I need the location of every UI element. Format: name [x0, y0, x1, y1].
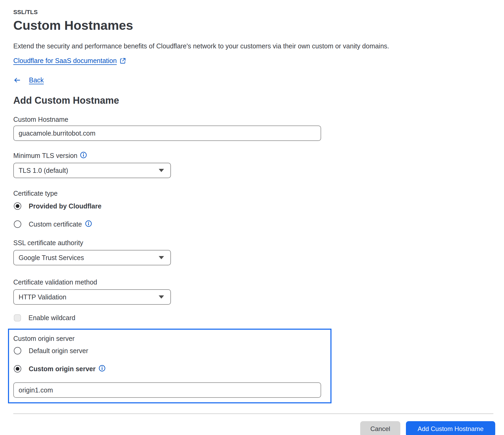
radio-label: Provided by Cloudflare — [29, 202, 102, 210]
custom-origin-server-section: Custom origin server Default origin serv… — [8, 329, 331, 403]
min-tls-label-row: Minimum TLS version — [13, 152, 504, 160]
breadcrumb: SSL/TLS — [13, 9, 504, 15]
saas-documentation-link[interactable]: Cloudflare for SaaS documentation — [13, 57, 117, 65]
validation-method-label: Certificate validation method — [13, 278, 504, 286]
page-description: Extend the security and performance bene… — [13, 42, 504, 50]
doc-link-row: Cloudflare for SaaS documentation — [13, 57, 504, 65]
validation-method-select[interactable]: HTTP Validation — [13, 289, 171, 305]
enable-wildcard-checkbox[interactable] — [14, 314, 21, 321]
chevron-down-icon — [159, 169, 164, 172]
radio-label: Custom origin server — [29, 365, 95, 373]
radio-default-origin-server[interactable]: Default origin server — [14, 347, 325, 355]
custom-hostname-label: Custom Hostname — [13, 115, 504, 123]
info-icon[interactable] — [80, 152, 87, 160]
enable-wildcard-row: Enable wildcard — [14, 314, 504, 322]
back-link[interactable]: Back — [29, 76, 44, 84]
info-icon[interactable] — [99, 365, 106, 373]
radio-selected-icon[interactable] — [14, 365, 21, 373]
radio-custom-certificate[interactable]: Custom certificate — [14, 220, 504, 228]
radio-label: Custom certificate — [29, 220, 82, 228]
add-custom-hostname-button[interactable]: Add Custom Hostname — [406, 421, 495, 435]
certificate-type-label: Certificate type — [13, 189, 504, 197]
info-icon[interactable] — [85, 220, 92, 228]
ssl-authority-label: SSL certificate authority — [13, 239, 504, 247]
form-heading: Add Custom Hostname — [13, 95, 504, 106]
enable-wildcard-label: Enable wildcard — [28, 314, 75, 322]
external-link-icon — [119, 57, 126, 64]
radio-unselected-icon[interactable] — [14, 220, 21, 228]
footer-divider — [13, 413, 493, 414]
arrow-left-icon[interactable] — [13, 76, 21, 84]
radio-selected-icon[interactable] — [14, 202, 21, 210]
radio-custom-origin-server[interactable]: Custom origin server — [14, 365, 325, 373]
custom-hostname-input[interactable] — [13, 126, 321, 141]
page-title: Custom Hostnames — [13, 19, 504, 32]
radio-label: Default origin server — [29, 347, 88, 355]
radio-provided-by-cloudflare[interactable]: Provided by Cloudflare — [14, 202, 504, 210]
custom-origin-server-label: Custom origin server — [13, 334, 325, 342]
chevron-down-icon — [159, 295, 164, 299]
footer-actions: Cancel Add Custom Hostname — [13, 421, 495, 435]
min-tls-select[interactable]: TLS 1.0 (default) — [13, 163, 171, 178]
min-tls-selected-value: TLS 1.0 (default) — [19, 167, 68, 174]
ssl-authority-select[interactable]: Google Trust Services — [13, 250, 171, 265]
radio-unselected-icon[interactable] — [14, 347, 21, 354]
back-row: Back — [13, 76, 504, 84]
validation-method-selected-value: HTTP Validation — [19, 293, 66, 301]
custom-origin-server-input[interactable] — [13, 382, 321, 398]
chevron-down-icon — [159, 256, 164, 259]
ssl-authority-selected-value: Google Trust Services — [19, 254, 84, 262]
min-tls-label: Minimum TLS version — [13, 152, 77, 160]
add-custom-hostname-page: SSL/TLS Custom Hostnames Extend the secu… — [0, 0, 504, 435]
cancel-button[interactable]: Cancel — [360, 421, 400, 435]
